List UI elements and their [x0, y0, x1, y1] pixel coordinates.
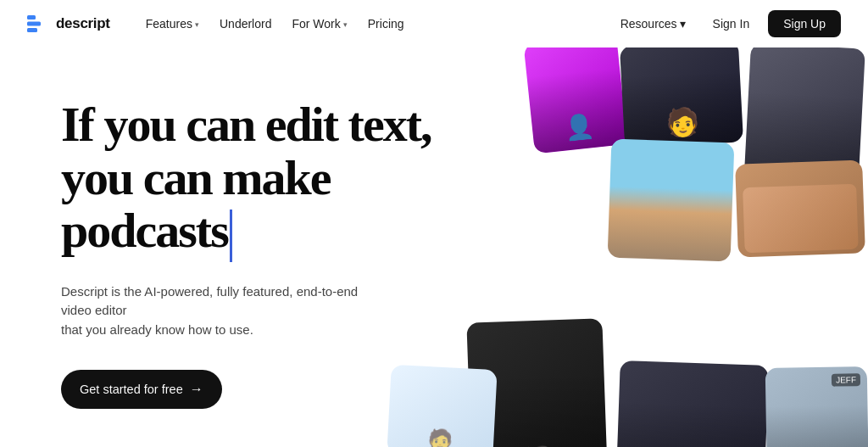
logo[interactable]: descript	[27, 15, 110, 32]
nav-pricing[interactable]: Pricing	[359, 12, 413, 36]
photo-card-pink: 👤	[524, 47, 628, 154]
photo-collage: 👤 🧑 🧔 🧑🏿 👩	[427, 47, 868, 447]
arrow-icon: →	[190, 382, 203, 397]
nav-underlord[interactable]: Underlord	[211, 12, 280, 36]
cta-button[interactable]: Get started for free →	[61, 370, 222, 409]
signin-button[interactable]: Sign In	[701, 12, 762, 36]
hero-section: If you can edit text, you can make podca…	[0, 47, 868, 447]
nav-links: Features ▾ Underlord For Work ▾ Pricing	[137, 12, 612, 36]
logo-text: descript	[56, 15, 110, 32]
signup-button[interactable]: Sign Up	[768, 10, 841, 37]
nav-for-work[interactable]: For Work ▾	[283, 12, 355, 36]
photo-card-person3: 👩	[615, 360, 768, 447]
cursor-bar	[230, 210, 232, 262]
svg-rect-1	[27, 22, 41, 26]
hero-subtext: Descript is the AI-powered, fully featur…	[61, 282, 383, 340]
logo-icon	[27, 15, 51, 32]
nav-resources[interactable]: Resources ▾	[612, 12, 694, 36]
for-work-chevron-icon: ▾	[343, 20, 348, 29]
hero-content: If you can edit text, you can make podca…	[0, 47, 475, 447]
navbar: descript Features ▾ Underlord For Work ▾…	[0, 0, 868, 47]
resources-chevron-icon: ▾	[680, 17, 686, 31]
svg-rect-0	[27, 15, 36, 20]
features-chevron-icon: ▾	[195, 20, 199, 29]
nav-right: Resources ▾ Sign In Sign Up	[612, 10, 841, 37]
photo-card-dark-top: 🧑	[620, 47, 743, 148]
hero-heading: If you can edit text, you can make podca…	[61, 98, 475, 262]
photo-card-landscape	[608, 139, 735, 262]
photo-card-person4: 🧑 JEFF	[765, 366, 868, 447]
nav-features[interactable]: Features ▾	[137, 12, 208, 36]
svg-rect-2	[27, 28, 37, 32]
photo-card-warm	[735, 159, 865, 257]
